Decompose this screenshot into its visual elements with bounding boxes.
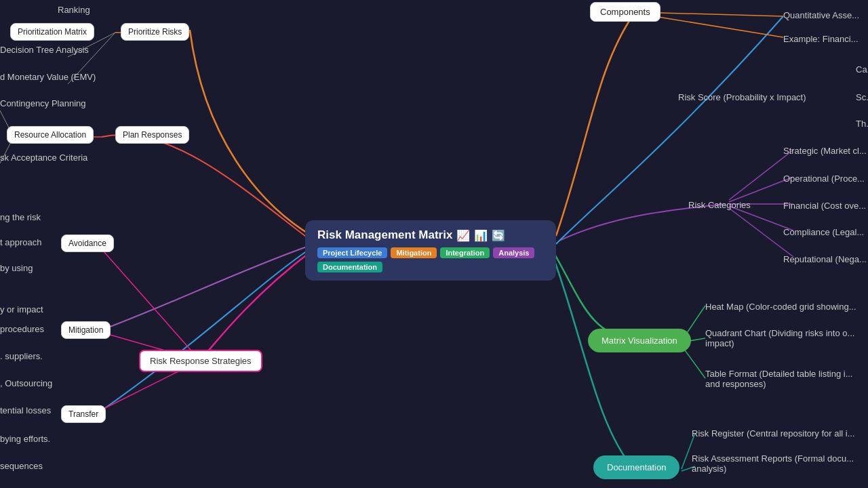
tag-lifecycle[interactable]: Project Lifecycle — [317, 247, 387, 258]
quantitative-node: Quantitative Asse... — [783, 10, 859, 20]
potential-losses-node: tential losses — [0, 405, 51, 415]
reputational-node: Reputational (Nega... — [783, 254, 867, 264]
heat-map-node: Heat Map (Color-coded grid showing... — [705, 302, 856, 312]
components-node: Components — [590, 2, 660, 22]
quadrant-chart-node: Quadrant Chart (Dividing risks into o...… — [705, 328, 868, 348]
risk-response-node: Risk Response Strategies — [139, 350, 262, 372]
consequences-node: sequences — [0, 461, 43, 471]
risk-score-node: Risk Score (Probability x Impact) — [678, 92, 806, 102]
tag-analysis[interactable]: Analysis — [493, 247, 534, 258]
monetary-value-node: d Monetary Value (EMV) — [0, 72, 96, 82]
treatment-approach-node: t approach — [0, 237, 41, 247]
by-using-node: by using — [0, 263, 33, 273]
central-node-title: Risk Management Matrix 📈 📊 🔄 — [317, 228, 544, 242]
tag-mitigation[interactable]: Mitigation — [391, 247, 437, 258]
y-or-impact-node: y or impact — [0, 304, 43, 314]
risk-categories-node: Risk Categories — [688, 200, 751, 210]
prioritization-matrix-node: Prioritization Matrix — [10, 23, 94, 41]
outsourcing-node: , Outsourcing — [0, 378, 52, 388]
matrix-visualization-node: Matrix Visualization — [588, 329, 691, 352]
strategic-node: Strategic (Market cl... — [783, 146, 867, 156]
tag-documentation[interactable]: Documentation — [317, 262, 382, 272]
managing-risk-node: ng the risk — [0, 212, 41, 222]
contingency-node: Contingency Planning — [0, 98, 85, 108]
chart-icon: 📈 — [456, 229, 470, 242]
avoidance-node: Avoidance — [61, 235, 114, 252]
resource-allocation-node: Resource Allocation — [7, 126, 94, 144]
ca-node: Ca... — [856, 64, 868, 75]
decision-tree-node: Decision Tree Analysis — [0, 45, 89, 55]
risk-assessment-node: Risk Assessment Reports (Formal docu... … — [692, 453, 868, 474]
central-title-text: Risk Management Matrix — [317, 228, 452, 242]
mitigation-node: Mitigation — [61, 321, 111, 339]
transfer-node: Transfer — [61, 405, 106, 423]
tag-integration[interactable]: Integration — [440, 247, 490, 258]
central-node[interactable]: Risk Management Matrix 📈 📊 🔄 Project Lif… — [305, 220, 556, 281]
risk-acceptance-node: sk Acceptance Criteria — [0, 152, 87, 163]
example-financial-node: Example: Financi... — [783, 34, 859, 44]
risk-register-node: Risk Register (Central repository for al… — [692, 428, 855, 439]
plan-responses-node: Plan Responses — [115, 126, 189, 144]
sc-node: Sc... — [856, 92, 868, 102]
procedures-node: procedures — [0, 324, 44, 334]
ranking-node: Ranking — [58, 5, 90, 15]
tag-container: Project Lifecycle Mitigation Integration… — [317, 247, 544, 272]
suppliers-node: . suppliers. — [0, 351, 43, 361]
th-node: Th... — [856, 119, 868, 129]
prioritize-risks-node: Prioritize Risks — [121, 23, 189, 41]
bar-chart-icon: 📊 — [474, 229, 488, 242]
mindmap-canvas: Risk Management Matrix 📈 📊 🔄 Project Lif… — [0, 0, 868, 488]
cycle-icon: 🔄 — [492, 229, 505, 242]
operational-node: Operational (Proce... — [783, 174, 865, 184]
compliance-node: Compliance (Legal... — [783, 227, 864, 237]
documentation-node: Documentation — [593, 455, 679, 479]
financial-node: Financial (Cost ove... — [783, 201, 866, 211]
lobbying-node: bying efforts. — [0, 434, 50, 444]
table-format-node: Table Format (Detailed table listing i..… — [705, 369, 868, 389]
